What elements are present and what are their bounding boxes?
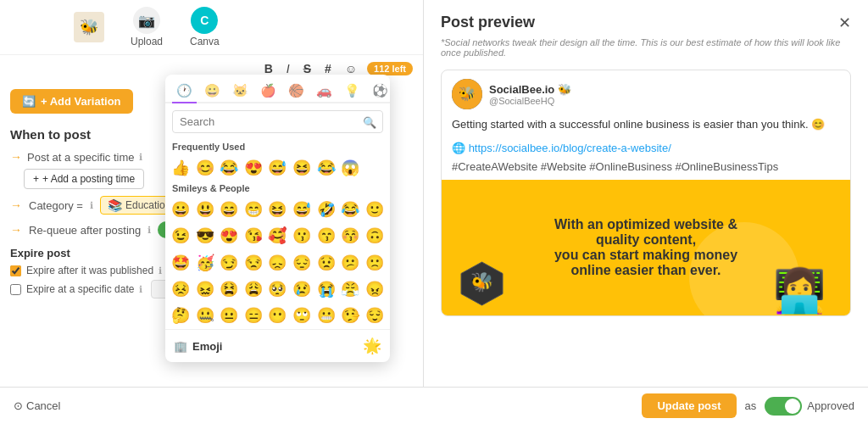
emoji-item[interactable]: 😔: [290, 250, 314, 276]
emoji-item[interactable]: 😐: [217, 303, 242, 329]
emoji-item[interactable]: 😫: [217, 276, 242, 303]
add-posting-time-button[interactable]: + + Add a posting time: [24, 169, 144, 189]
emoji-item[interactable]: 😏: [217, 250, 242, 276]
emoji-tab-animals[interactable]: 🐱: [228, 80, 253, 103]
emoji-item[interactable]: 😀: [169, 197, 193, 223]
info-icon-category[interactable]: ℹ: [90, 200, 93, 211]
link-icon: 🌐: [452, 142, 469, 154]
emoji-item[interactable]: 🥺: [265, 276, 290, 303]
emoji-item[interactable]: 😣: [169, 276, 193, 303]
emoji-tab-travel[interactable]: 🚗: [312, 80, 337, 103]
right-panel: Post preview ✕ *Social networks tweak th…: [424, 0, 868, 424]
emoji-item[interactable]: 😍: [242, 155, 266, 181]
emoji-item[interactable]: 😆: [290, 155, 314, 181]
cancel-button[interactable]: ⊙ Cancel: [14, 399, 60, 412]
emoji-item[interactable]: 😬: [314, 303, 338, 329]
emoji-picker-tabs: 🕐 😀 🐱 🍎 🏀 🚗 💡 ⚽ 🎭 🔧: [165, 75, 390, 103]
emoji-item[interactable]: 🥳: [193, 250, 218, 276]
preview-link[interactable]: https://socialbee.io/blog/create-a-websi…: [469, 142, 671, 154]
search-icon: 🔍: [363, 115, 376, 128]
emoji-item[interactable]: 😊: [193, 155, 218, 181]
emoji-footer-sun-icon[interactable]: 🌟: [363, 337, 381, 355]
emoji-tab-recent[interactable]: 🕐: [172, 80, 197, 103]
emoji-item[interactable]: 😑: [242, 303, 266, 329]
emoji-item[interactable]: 😁: [242, 197, 266, 223]
bottom-bar: ⊙ Cancel Update post as Approved: [0, 387, 868, 424]
emoji-item[interactable]: 😂: [314, 155, 338, 181]
preview-image-text: With an optimized website & quality cont…: [536, 217, 756, 278]
emoji-item[interactable]: 🙂: [362, 197, 387, 223]
emoji-item[interactable]: 😱: [338, 155, 363, 181]
emoji-tab-symbols[interactable]: ⚽: [368, 80, 390, 103]
emoji-search-input[interactable]: [172, 110, 383, 133]
preview-subtitle: *Social networks tweak their design all …: [441, 37, 851, 58]
emoji-item[interactable]: 😶: [265, 303, 290, 329]
emoji-picker-footer: 🏢 Emoji 🌟: [165, 329, 390, 362]
emoji-item[interactable]: 👍: [169, 155, 193, 181]
svg-text:🐝: 🐝: [459, 86, 476, 102]
add-variation-button[interactable]: 🔄 + Add Variation: [10, 89, 133, 114]
emoji-item[interactable]: 😂: [217, 155, 242, 181]
emoji-item[interactable]: 😃: [193, 197, 218, 223]
emoji-item[interactable]: 😤: [338, 276, 363, 303]
emoji-item[interactable]: 😂: [338, 197, 363, 223]
preview-header: Post preview ✕: [441, 14, 851, 32]
category-label: Category =: [29, 199, 83, 212]
emoji-item[interactable]: 🙄: [290, 303, 314, 329]
expire-published-checkbox[interactable]: [10, 265, 21, 276]
emoji-item[interactable]: 🤩: [169, 250, 193, 276]
close-button[interactable]: ✕: [838, 14, 851, 32]
emoji-tab-food[interactable]: 🍎: [256, 80, 281, 103]
media-options-row: 🐝 📷 Upload C Canva: [0, 0, 423, 55]
emoji-item[interactable]: 😄: [217, 197, 242, 223]
canva-button[interactable]: C Canva: [183, 3, 226, 51]
emoji-item[interactable]: 😅: [290, 197, 314, 223]
smileys-grid: 😀 😃 😄 😁 😆 😅 🤣 😂 🙂 😉 😎 😍 😘 🥰 😗 😙 😚 🙃 🤩: [165, 197, 390, 329]
emoji-item[interactable]: 😩: [242, 276, 266, 303]
emoji-item[interactable]: 😅: [265, 155, 290, 181]
emoji-item[interactable]: 🤣: [314, 197, 338, 223]
expire-published-label: Expire after it was published: [26, 265, 153, 276]
emoji-item[interactable]: 😟: [314, 250, 338, 276]
post-specific-label: Post at a specific time: [27, 151, 134, 164]
emoji-item[interactable]: 🤐: [193, 303, 218, 329]
emoji-item[interactable]: 😆: [265, 197, 290, 223]
emoji-item[interactable]: 😕: [338, 250, 363, 276]
emoji-item[interactable]: 😖: [193, 276, 218, 303]
emoji-item[interactable]: 😉: [169, 223, 193, 249]
upload-button[interactable]: 📷 Upload: [124, 3, 170, 51]
emoji-tab-activities[interactable]: 🏀: [284, 80, 309, 103]
emoji-footer-building-icon: 🏢: [174, 340, 187, 353]
emoji-search-container: 🔍: [165, 103, 390, 140]
as-label: as: [745, 399, 757, 412]
info-icon-expire[interactable]: ℹ: [159, 265, 162, 276]
emoji-item[interactable]: 😗: [290, 223, 314, 249]
emoji-item[interactable]: 🙃: [362, 223, 387, 249]
emoji-item[interactable]: 😘: [242, 223, 266, 249]
expire-date-checkbox[interactable]: [10, 284, 21, 295]
emoji-item[interactable]: 😒: [242, 250, 266, 276]
info-icon-post-time[interactable]: ℹ: [139, 152, 142, 163]
update-post-button[interactable]: Update post: [642, 393, 736, 418]
emoji-item[interactable]: 🤥: [338, 303, 363, 329]
emoji-item[interactable]: 🙁: [362, 250, 387, 276]
emoji-item[interactable]: 😞: [265, 250, 290, 276]
bottom-right-actions: Update post as Approved: [642, 393, 854, 418]
emoji-tab-smileys[interactable]: 😀: [200, 80, 225, 103]
preview-image: 🐝 👩‍💻 With an optimized website & qualit…: [442, 180, 850, 315]
emoji-item[interactable]: 😠: [362, 276, 387, 303]
approved-toggle-button[interactable]: [765, 397, 802, 416]
emoji-item[interactable]: 😍: [217, 223, 242, 249]
info-icon-requeue[interactable]: ℹ: [147, 225, 151, 236]
emoji-item[interactable]: 🥰: [265, 223, 290, 249]
frequently-used-title: Frequently Used: [165, 140, 390, 155]
emoji-item[interactable]: 😭: [314, 276, 338, 303]
emoji-tab-objects[interactable]: 💡: [340, 80, 364, 103]
info-icon-expire-date[interactable]: ℹ: [139, 284, 142, 295]
emoji-item[interactable]: 😌: [362, 303, 387, 329]
emoji-item[interactable]: 😚: [338, 223, 363, 249]
emoji-item[interactable]: 🤔: [169, 303, 193, 329]
emoji-item[interactable]: 😙: [314, 223, 338, 249]
emoji-item[interactable]: 😎: [193, 223, 218, 249]
emoji-item[interactable]: 😢: [290, 276, 314, 303]
